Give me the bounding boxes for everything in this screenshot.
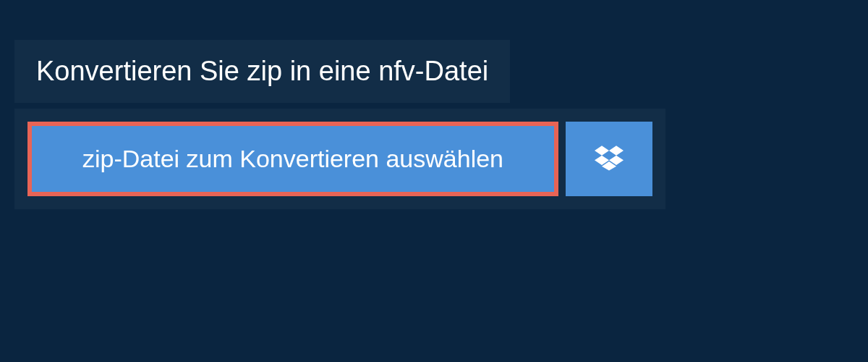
upload-container: zip-Datei zum Konvertieren auswählen [14,109,665,209]
dropbox-button[interactable] [566,122,652,196]
header-bar: Konvertieren Sie zip in eine nfv-Datei [14,40,510,103]
dropbox-icon [595,143,624,175]
select-file-button[interactable]: zip-Datei zum Konvertieren auswählen [27,122,558,196]
page-title: Konvertieren Sie zip in eine nfv-Datei [36,56,488,87]
select-file-label: zip-Datei zum Konvertieren auswählen [82,145,503,173]
